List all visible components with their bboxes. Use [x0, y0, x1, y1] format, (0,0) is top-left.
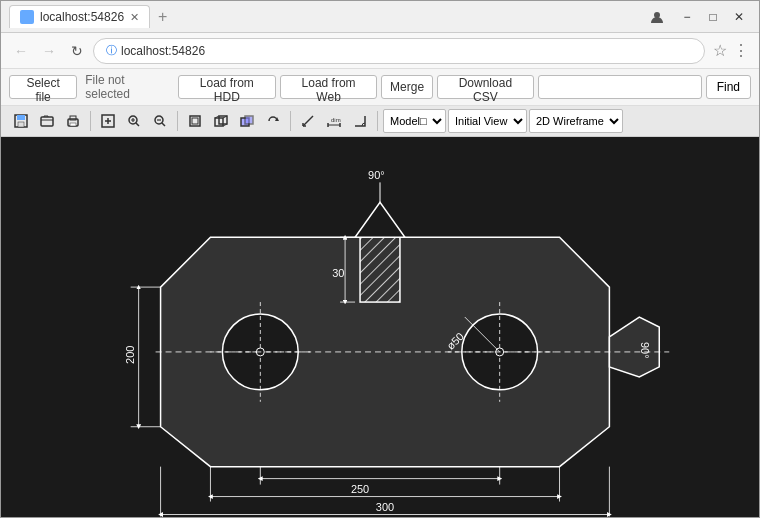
load-hdd-button[interactable]: Load from HDD	[178, 75, 276, 99]
download-csv-button[interactable]: Download CSV	[437, 75, 534, 99]
svg-rect-2	[17, 115, 25, 120]
svg-rect-19	[245, 116, 253, 124]
cad-ortho-button[interactable]	[183, 109, 207, 133]
svg-rect-12	[192, 118, 198, 124]
cad-zoom-extent-button[interactable]	[96, 109, 120, 133]
refresh-button[interactable]: ↻	[65, 39, 89, 63]
load-web-button[interactable]: Load from Web	[280, 75, 377, 99]
address-bar: ← → ↻ ⓘ localhost:54826 ☆ ⋮	[1, 33, 759, 69]
forward-button[interactable]: →	[37, 39, 61, 63]
dim-300-text: 300	[376, 501, 394, 513]
cad-sep-3	[290, 111, 291, 131]
security-icon: ⓘ	[106, 43, 117, 58]
tab-favicon	[20, 10, 34, 24]
tab-title: localhost:54826	[40, 10, 124, 24]
cad-wireframe-button[interactable]	[209, 109, 233, 133]
svg-line-21	[303, 116, 313, 126]
user-icon	[645, 5, 669, 29]
svg-rect-3	[18, 122, 24, 127]
browser-toolbar: Select file File not selected Load from …	[1, 69, 759, 106]
cad-shade-button[interactable]	[235, 109, 259, 133]
cad-print-button[interactable]	[61, 109, 85, 133]
cad-open-button[interactable]	[35, 109, 59, 133]
cad-zoom-in-button[interactable]	[122, 109, 146, 133]
svg-rect-7	[70, 123, 76, 126]
close-button[interactable]: ✕	[727, 5, 751, 29]
titlebar: localhost:54826 ✕ + − □ ✕	[1, 1, 759, 33]
cad-zoom-out-button[interactable]	[148, 109, 172, 133]
window-controls: − □ ✕	[645, 5, 751, 29]
cad-angle-button[interactable]	[348, 109, 372, 133]
find-button[interactable]: Find	[706, 75, 751, 99]
cad-sep-4	[377, 111, 378, 131]
select-file-button[interactable]: Select file	[9, 75, 77, 99]
v-groove	[355, 202, 405, 237]
shaft-hatch	[360, 237, 400, 302]
cad-save-button[interactable]	[9, 109, 33, 133]
cad-sep-1	[90, 111, 91, 131]
browser-tab[interactable]: localhost:54826 ✕	[9, 5, 150, 28]
cad-canvas-area[interactable]: 90° 30 ø50 90° 200 250 30	[1, 137, 759, 517]
minimize-button[interactable]: −	[675, 5, 699, 29]
dim-30-text: 30	[332, 267, 344, 279]
dim-90-right: 90°	[639, 342, 651, 359]
file-status-text: File not selected	[81, 73, 173, 101]
view-select[interactable]: Initial View	[448, 109, 527, 133]
cad-measure-button[interactable]	[296, 109, 320, 133]
new-tab-button[interactable]: +	[154, 8, 171, 26]
cad-dim-button[interactable]: dim	[322, 109, 346, 133]
dim-200-text: 200	[124, 346, 136, 364]
browser-menu-button[interactable]: ⋮	[731, 41, 751, 60]
cad-sep-2	[177, 111, 178, 131]
cad-rotate-button[interactable]	[261, 109, 285, 133]
maximize-button[interactable]: □	[701, 5, 725, 29]
dim-250-text: 250	[351, 483, 369, 495]
merge-button[interactable]: Merge	[381, 75, 433, 99]
bookmark-icon[interactable]: ☆	[713, 41, 727, 60]
address-input[interactable]: ⓘ localhost:54826	[93, 38, 705, 64]
search-input[interactable]	[538, 75, 702, 99]
cad-toolbar: dim Model□ Initial View 2D Wireframe	[1, 106, 759, 137]
browser-window: localhost:54826 ✕ + − □ ✕ ← → ↻ ⓘ localh…	[0, 0, 760, 518]
svg-text:dim: dim	[331, 117, 341, 123]
back-button[interactable]: ←	[9, 39, 33, 63]
wireframe-select[interactable]: 2D Wireframe	[529, 109, 623, 133]
svg-rect-4	[41, 117, 53, 126]
model-select[interactable]: Model□	[383, 109, 446, 133]
tab-close-button[interactable]: ✕	[130, 11, 139, 24]
dim-90-top: 90°	[368, 169, 385, 181]
cad-drawing: 90° 30 ø50 90° 200 250 30	[1, 137, 759, 517]
url-text: localhost:54826	[121, 44, 205, 58]
